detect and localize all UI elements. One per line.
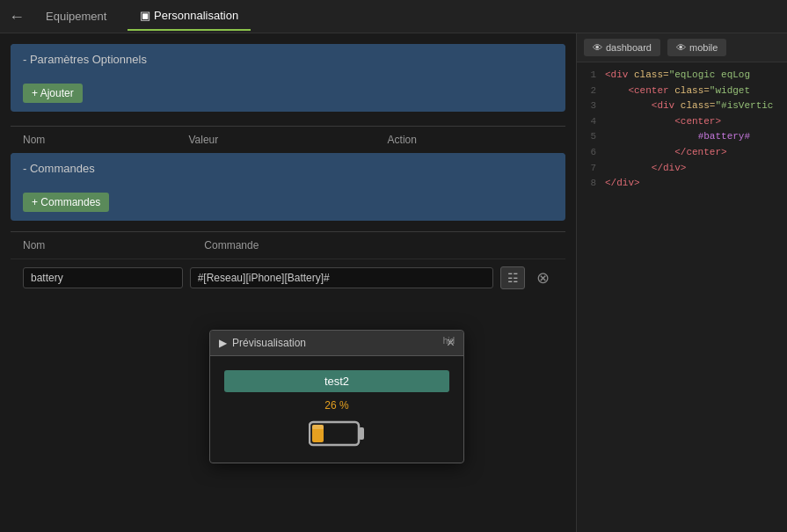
preview-body: test2 26 %	[210, 356, 463, 463]
code-line-5: 5 #battery#	[584, 129, 780, 145]
preview-device-name: test2	[224, 370, 449, 392]
mobile-tab[interactable]: 👁 mobile	[667, 39, 726, 56]
code-line-2: 2 <center class="widget	[584, 84, 780, 99]
code-line-1: 1 <div class="eqLogic eqLog	[584, 68, 780, 84]
cmd-delete-button[interactable]: ⊗	[532, 270, 553, 286]
svg-rect-1	[359, 427, 364, 440]
optional-params-section: - Paramètres Optionnels + Ajouter	[11, 44, 565, 112]
optional-params-content: + Ajouter	[11, 75, 565, 112]
tab-equipement[interactable]: Equipement	[33, 3, 119, 30]
preview-header: ▶ Prévisualisation hid ×	[210, 331, 463, 356]
tab-icon: ▣	[140, 9, 150, 22]
code-line-6: 6 </center>	[584, 145, 780, 161]
cmd-picker-button[interactable]: ☷	[500, 266, 525, 289]
command-row: ☷ ⊗	[11, 259, 565, 296]
right-panel-tabs: 👁 dashboard 👁 mobile	[577, 33, 787, 62]
add-optional-param-button[interactable]: + Ajouter	[23, 84, 83, 103]
code-line-3: 3 <div class="#isVertic	[584, 98, 780, 114]
col-action-label: Action	[388, 134, 553, 146]
battery-icon	[309, 419, 365, 448]
preview-panel: ▶ Prévisualisation hid × test2 26 %	[209, 330, 464, 463]
optional-params-table-header: Nom Valeur Action	[11, 126, 565, 153]
dashboard-tab[interactable]: 👁 dashboard	[584, 39, 660, 56]
right-panel: 👁 dashboard 👁 mobile 1 <div class="eqLog…	[576, 33, 787, 532]
preview-arrow-icon: ▶	[219, 337, 227, 349]
cmd-value-input[interactable]	[190, 267, 493, 288]
code-line-4: 4 <center>	[584, 114, 780, 130]
add-command-button[interactable]: + Commandes	[23, 193, 109, 212]
col-nom-label: Nom	[23, 134, 188, 146]
code-editor: 1 <div class="eqLogic eqLog 2 <center cl…	[577, 62, 787, 532]
battery-percentage: 26 %	[324, 399, 348, 412]
cmd-col-commande: Commande	[204, 239, 553, 251]
top-navigation: ← Equipement ▣ Personnalisation	[0, 0, 787, 33]
preview-title: ▶ Prévisualisation	[219, 337, 306, 349]
commands-content: + Commandes	[11, 184, 565, 221]
optional-params-title: - Paramètres Optionnels	[23, 53, 147, 66]
mobile-eye-icon: 👁	[676, 42, 686, 53]
commands-header: - Commandes	[11, 153, 565, 184]
dashboard-eye-icon: 👁	[593, 42, 602, 53]
tab-personnalisation[interactable]: ▣ Personnalisation	[128, 2, 251, 31]
commands-title: - Commandes	[23, 162, 95, 175]
code-line-7: 7 </div>	[584, 161, 780, 177]
code-line-8: 8 </div>	[584, 176, 780, 192]
col-valeur-label: Valeur	[188, 134, 387, 146]
svg-rect-3	[312, 425, 324, 429]
preview-hide-label: hid	[443, 336, 455, 346]
cmd-col-nom: Nom	[23, 239, 197, 251]
commands-section: - Commandes + Commandes	[11, 153, 565, 221]
back-button[interactable]: ←	[9, 9, 25, 25]
optional-params-header: - Paramètres Optionnels	[11, 44, 565, 75]
cmd-nom-input[interactable]	[23, 267, 183, 288]
commands-table-header: Nom Commande	[11, 231, 565, 259]
